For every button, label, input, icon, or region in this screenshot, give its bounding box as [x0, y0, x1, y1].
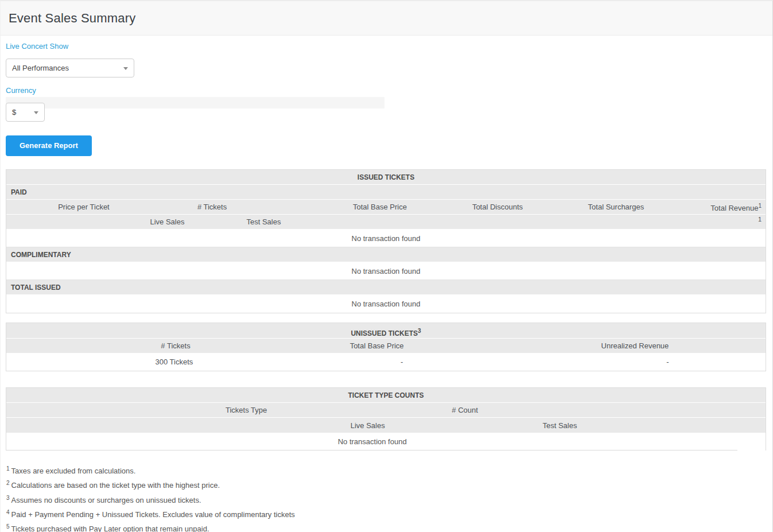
- col-total-discounts: Total Discounts: [472, 200, 523, 215]
- unissued-tickets-title: UNISSUED TICKETS3: [351, 329, 421, 337]
- col-num-tickets: # Tickets: [161, 339, 190, 354]
- cell-unrealized-revenue: -: [666, 354, 669, 371]
- performance-select[interactable]: All Performances: [6, 59, 134, 77]
- ticket-type-counts-title: TICKET TYPE COUNTS: [348, 391, 424, 399]
- col-unrealized-revenue: Unrealized Revenue: [601, 339, 669, 354]
- issued-subheader-row: Live Sales Test Sales 1: [6, 215, 766, 230]
- ttc-empty-text: No transaction found: [338, 433, 407, 451]
- performance-select-value: All Performances: [12, 64, 69, 72]
- cell-num-tickets: 300 Tickets: [155, 354, 193, 371]
- subcol-test-sales: Test Sales: [246, 215, 281, 230]
- col-total-surcharges: Total Surcharges: [588, 200, 644, 215]
- col-total-base-price: Total Base Price: [350, 339, 404, 354]
- unissued-column-header-row: # Tickets Total Base Price Unrealized Re…: [6, 339, 766, 354]
- chevron-down-icon: [123, 67, 128, 70]
- currency-row-background: [6, 97, 384, 108]
- complimentary-empty-row: No transaction found: [6, 262, 766, 280]
- issued-tickets-title: ISSUED TICKETS: [358, 173, 414, 181]
- col-total-revenue: Total Revenue1: [710, 198, 762, 215]
- issued-column-header-row: Price per Ticket # Tickets Total Base Pr…: [6, 200, 766, 215]
- page-title: Event Sales Summary: [9, 11, 135, 26]
- footnote-5: 5Tickets purchased with Pay Later option…: [6, 521, 766, 532]
- subcol-live-sales: Live Sales: [150, 215, 184, 230]
- footnote-1: 1Taxes are excluded from calculations.: [6, 463, 766, 477]
- event-name-link[interactable]: Live Concert Show: [6, 42, 68, 51]
- col-price-per-ticket: Price per Ticket: [58, 200, 110, 215]
- unissued-footnote-marker: 3: [418, 328, 421, 334]
- footnotes: 1Taxes are excluded from calculations. 2…: [6, 463, 766, 532]
- ttc-column-header-row: Tickets Type # Count: [6, 403, 766, 418]
- total-revenue-footnote-marker: 1: [758, 202, 762, 208]
- issued-tickets-table: ISSUED TICKETS PAID Price per Ticket # T…: [6, 169, 766, 313]
- subcol-live-sales: Live Sales: [351, 418, 385, 433]
- ticket-type-counts-title-row: TICKET TYPE COUNTS: [6, 388, 766, 403]
- revenue-footnote-marker: 1: [758, 216, 762, 223]
- currency-select[interactable]: $: [6, 103, 45, 122]
- unissued-tickets-table: UNISSUED TICKETS3 # Tickets Total Base P…: [6, 323, 766, 371]
- currency-select-value: $: [12, 108, 16, 117]
- chevron-down-icon: [34, 111, 38, 114]
- footnote-3: 3Assumes no discounts or surcharges on u…: [6, 492, 766, 506]
- total-issued-empty-row: No transaction found: [6, 295, 766, 313]
- ticket-type-counts-table: TICKET TYPE COUNTS Tickets Type # Count …: [6, 387, 766, 451]
- issued-tickets-title-row: ISSUED TICKETS: [6, 170, 766, 185]
- col-num-tickets: # Tickets: [197, 200, 227, 215]
- section-paid: PAID: [6, 185, 766, 200]
- event-sales-summary-page: Event Sales Summary Live Concert Show Al…: [0, 0, 773, 532]
- cell-total-base-price: -: [401, 354, 403, 371]
- generate-report-button[interactable]: Generate Report: [6, 135, 92, 156]
- ttc-subheader-row: Live Sales Test Sales: [6, 418, 766, 433]
- footnote-4: 4Paid + Payment Pending + Unissued Ticke…: [6, 506, 766, 521]
- footnote-2: 2Calculations are based on the ticket ty…: [6, 477, 766, 491]
- unissued-tickets-title-row: UNISSUED TICKETS3: [6, 323, 766, 339]
- section-total-issued: TOTAL ISSUED: [6, 280, 766, 295]
- currency-label: Currency: [6, 86, 766, 95]
- section-complimentary: COMPLIMENTARY: [6, 247, 766, 262]
- page-header: Event Sales Summary: [1, 1, 772, 36]
- ttc-empty-row: No transaction found: [6, 433, 766, 451]
- col-count: # Count: [452, 403, 478, 418]
- unissued-data-row: 300 Tickets - -: [6, 354, 766, 371]
- subcol-test-sales: Test Sales: [542, 418, 577, 433]
- col-tickets-type: Tickets Type: [226, 403, 267, 418]
- col-total-base-price: Total Base Price: [353, 200, 407, 215]
- report-content: Live Concert Show All Performances Curre…: [1, 36, 772, 532]
- paid-empty-row: No transaction found: [6, 230, 766, 247]
